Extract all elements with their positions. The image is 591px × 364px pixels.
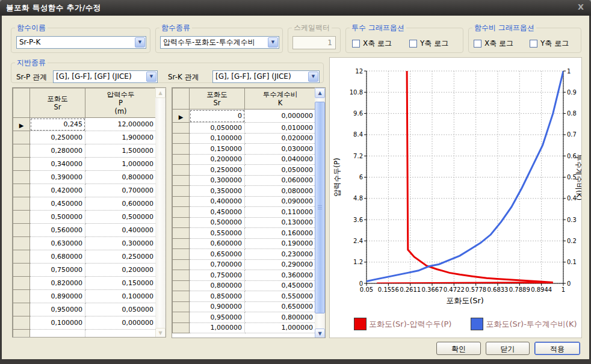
row-header[interactable] <box>13 158 30 171</box>
cell[interactable]: 0,150000 <box>85 277 156 290</box>
row-header[interactable] <box>13 290 30 303</box>
scroll-up-icon[interactable]: ▲ <box>155 88 166 98</box>
cell[interactable]: 0,040000 <box>245 154 316 165</box>
close-icon[interactable]: X <box>578 2 584 11</box>
chevron-down-icon[interactable]: ▼ <box>268 37 278 48</box>
column-header[interactable]: 압력수두P(m) <box>85 88 156 118</box>
cell[interactable]: 12,000000 <box>85 118 156 131</box>
sr-p-table-scrollbar[interactable]: ▲ ▼ <box>155 88 166 338</box>
cell[interactable]: 0,050000 <box>245 165 316 176</box>
cell[interactable]: 0,750000 <box>190 270 245 281</box>
cell[interactable]: 0,100000 <box>30 316 85 330</box>
row-header[interactable] <box>173 144 190 155</box>
cell[interactable]: 0,950000 <box>190 312 245 323</box>
cell[interactable]: 0,010000 <box>245 123 316 134</box>
cell[interactable]: 0,600000 <box>85 197 156 211</box>
row-header[interactable] <box>13 277 30 290</box>
cell[interactable]: 0,500000 <box>30 211 85 224</box>
cell[interactable]: 0,280000 <box>30 144 85 158</box>
column-header[interactable]: 포화도Sr <box>30 88 85 118</box>
cell[interactable]: 0,890000 <box>30 290 85 303</box>
perm-y-log-checkbox[interactable]: Y축 로그 <box>409 39 448 49</box>
srp-relation-select[interactable]: [G], [G-F], [GF] (JICE) ▼ <box>53 70 158 83</box>
row-header[interactable]: ▶ <box>173 110 190 123</box>
cell[interactable]: 0 <box>190 110 245 123</box>
row-header[interactable] <box>173 291 190 302</box>
cell[interactable]: 0,080000 <box>245 186 316 197</box>
cell[interactable]: 0,560000 <box>30 224 85 237</box>
cell[interactable]: 0,300000 <box>190 175 245 186</box>
cell[interactable]: 0,100000 <box>85 290 156 303</box>
cell[interactable]: 0,290000 <box>245 259 316 270</box>
row-header[interactable] <box>13 264 30 277</box>
scroll-thumb[interactable] <box>315 102 325 313</box>
cell[interactable]: 1,000000 <box>245 322 316 333</box>
row-header[interactable] <box>173 301 190 312</box>
row-header[interactable] <box>173 259 190 270</box>
cell[interactable]: 0,050000 <box>190 123 245 134</box>
cell[interactable]: 0,500000 <box>190 217 245 228</box>
row-header[interactable] <box>173 217 190 228</box>
sr-k-table-scrollbar[interactable]: ▲ ▼ <box>315 88 325 338</box>
row-header[interactable] <box>173 270 190 281</box>
cell[interactable]: 0,400000 <box>190 196 245 207</box>
row-header[interactable] <box>13 316 30 330</box>
cell[interactable]: 0,450000 <box>190 207 245 218</box>
cell[interactable] <box>85 330 156 338</box>
row-header[interactable] <box>13 171 30 184</box>
row-header[interactable] <box>13 237 30 250</box>
row-header[interactable] <box>13 144 30 158</box>
title-bar[interactable]: 불포화 특성함수 추가/수정 X <box>0 0 591 16</box>
row-header[interactable] <box>13 330 30 338</box>
row-header[interactable] <box>173 312 190 323</box>
cell[interactable]: 0,050000 <box>85 303 156 316</box>
srk-relation-select[interactable]: [G], [G-F], [GF] (JICE) ▼ <box>212 70 320 83</box>
row-header[interactable] <box>173 238 190 249</box>
cell[interactable]: 0,340000 <box>30 158 85 171</box>
cell[interactable]: 0,800000 <box>245 312 316 323</box>
cell[interactable]: 0,000000 <box>245 110 316 123</box>
cell[interactable]: 0,390000 <box>30 171 85 184</box>
scroll-down-icon[interactable]: ▼ <box>315 329 325 338</box>
row-header[interactable] <box>13 131 30 144</box>
cell[interactable]: 0,680000 <box>30 250 85 264</box>
row-header[interactable] <box>173 186 190 197</box>
apply-button[interactable]: 적용 <box>534 342 580 355</box>
cell[interactable]: 0,630000 <box>30 237 85 250</box>
cell[interactable]: 0,230000 <box>245 249 316 260</box>
row-header[interactable] <box>173 207 190 218</box>
row-header[interactable] <box>173 196 190 207</box>
close-button[interactable]: 닫기 <box>486 342 530 355</box>
cell[interactable]: 0,700000 <box>85 184 156 197</box>
row-header[interactable] <box>13 303 30 316</box>
function-name-select[interactable]: Sr-P-K ▼ <box>16 36 146 49</box>
function-type-select[interactable]: 압력수두-포화도-투수계수비 ▼ <box>160 36 279 49</box>
cell[interactable]: 0,000000 <box>85 316 156 330</box>
chevron-down-icon[interactable]: ▼ <box>308 72 318 82</box>
row-header[interactable] <box>173 322 190 333</box>
row-header[interactable] <box>173 175 190 186</box>
row-header[interactable] <box>173 249 190 260</box>
cell[interactable]: 0,750000 <box>30 264 85 277</box>
cell[interactable]: 0,850000 <box>190 291 245 302</box>
cell[interactable]: 0,060000 <box>245 175 316 186</box>
cell[interactable]: 0,550000 <box>190 228 245 239</box>
cell[interactable]: 0,800000 <box>190 280 245 291</box>
cell[interactable] <box>30 330 85 338</box>
cell[interactable]: 0,090000 <box>245 196 316 207</box>
cell[interactable]: 0,300000 <box>85 237 156 250</box>
scroll-down-icon[interactable]: ▼ <box>155 328 166 338</box>
cell[interactable]: 0,100000 <box>190 133 245 144</box>
cell[interactable]: 0,450000 <box>30 197 85 211</box>
cell[interactable]: 0,450000 <box>245 280 316 291</box>
row-header[interactable] <box>13 250 30 264</box>
cell[interactable]: 0,950000 <box>30 303 85 316</box>
row-header[interactable] <box>13 224 30 237</box>
ok-button[interactable]: 확인 <box>436 342 481 355</box>
ratio-y-log-checkbox[interactable]: Y축 로그 <box>530 39 569 49</box>
cell[interactable]: 1,500000 <box>85 144 156 158</box>
row-header[interactable] <box>173 154 190 165</box>
row-header[interactable] <box>173 280 190 291</box>
column-header[interactable]: 포화도Sr <box>190 88 245 110</box>
cell[interactable]: 0,110000 <box>245 207 316 218</box>
